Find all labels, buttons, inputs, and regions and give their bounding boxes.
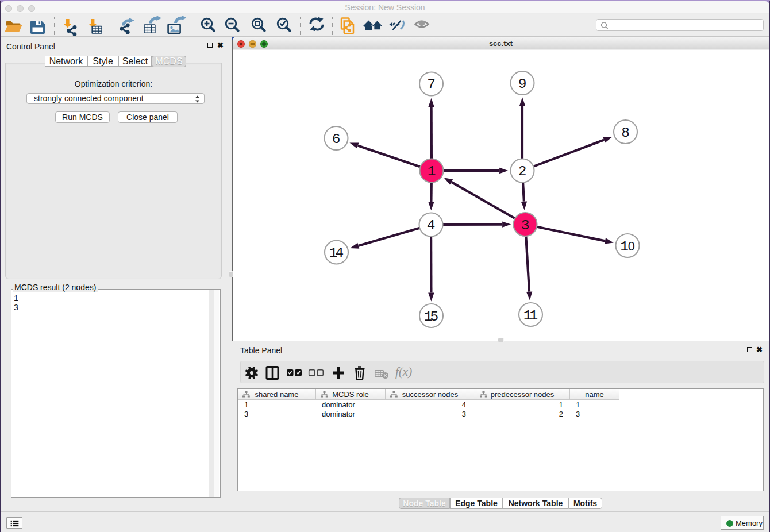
svg-text:8: 8 <box>621 125 630 141</box>
svg-text:3: 3 <box>521 218 530 233</box>
svg-text:15: 15 <box>424 309 439 325</box>
svg-text:4: 4 <box>427 218 436 233</box>
svg-text:9: 9 <box>518 76 527 92</box>
svg-text:1: 1 <box>428 164 436 179</box>
svg-text:6: 6 <box>332 132 341 147</box>
svg-text:2: 2 <box>518 164 527 179</box>
svg-text:11: 11 <box>523 308 538 323</box>
svg-text:10: 10 <box>620 239 635 255</box>
svg-text:7: 7 <box>427 77 436 92</box>
svg-text:14: 14 <box>329 245 344 261</box>
